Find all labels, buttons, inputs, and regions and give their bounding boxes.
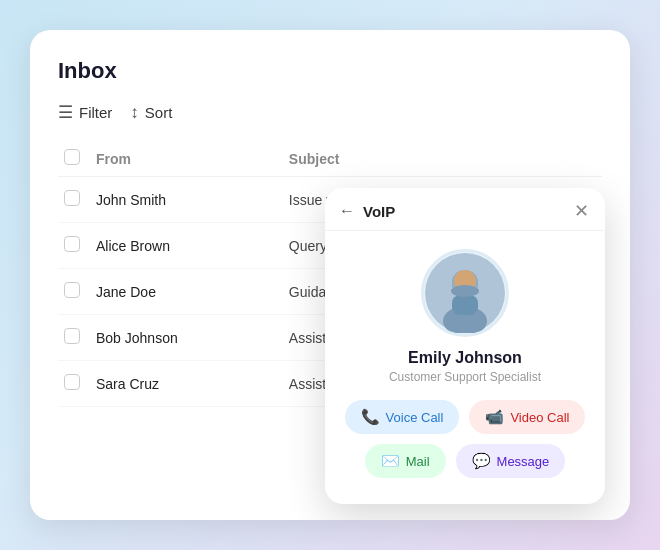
voip-title: VoIP xyxy=(363,203,395,220)
checkbox-header-cell xyxy=(58,141,90,177)
row-from: Alice Brown xyxy=(90,223,283,269)
row-checkbox-cell xyxy=(58,223,90,269)
row-checkbox-cell xyxy=(58,315,90,361)
sort-icon: ↕ xyxy=(130,103,139,123)
voip-close-button[interactable]: ✕ xyxy=(574,202,589,220)
voip-header: ← VoIP ✕ xyxy=(325,188,605,231)
voice-icon: 📞 xyxy=(361,408,380,426)
row-checkbox-cell xyxy=(58,361,90,407)
filter-button[interactable]: ☰ Filter xyxy=(58,102,112,123)
row-checkbox[interactable] xyxy=(64,374,80,390)
row-from: John Smith xyxy=(90,177,283,223)
row-from: Bob Johnson xyxy=(90,315,283,361)
message-icon: 💬 xyxy=(472,452,491,470)
main-card: Inbox ☰ Filter ↕ Sort From Subject xyxy=(30,30,630,520)
row-checkbox-cell xyxy=(58,177,90,223)
voip-header-left: ← VoIP xyxy=(339,202,395,220)
contact-avatar xyxy=(421,249,509,337)
row-from: Jane Doe xyxy=(90,269,283,315)
row-checkbox-cell xyxy=(58,269,90,315)
subject-header: Subject xyxy=(283,141,525,177)
contact-role: Customer Support Specialist xyxy=(389,370,541,384)
from-header: From xyxy=(90,141,283,177)
svg-rect-4 xyxy=(452,295,478,315)
select-all-checkbox[interactable] xyxy=(64,149,80,165)
video-icon: 📹 xyxy=(485,408,504,426)
row-checkbox[interactable] xyxy=(64,282,80,298)
mail-icon: ✉️ xyxy=(381,452,400,470)
action-row-2: ✉️ Mail 💬 Message xyxy=(351,444,579,478)
sort-button[interactable]: ↕ Sort xyxy=(130,103,172,123)
voip-back-button[interactable]: ← xyxy=(339,202,355,220)
message-button[interactable]: 💬 Message xyxy=(456,444,566,478)
svg-point-6 xyxy=(451,285,479,297)
action-row-1: 📞 Voice Call 📹 Video Call xyxy=(351,400,579,434)
date-header xyxy=(525,141,602,177)
mail-button[interactable]: ✉️ Mail xyxy=(365,444,446,478)
row-from: Sara Cruz xyxy=(90,361,283,407)
toolbar: ☰ Filter ↕ Sort xyxy=(58,102,602,123)
voip-card: ← VoIP ✕ Emily Johnson xyxy=(325,188,605,504)
action-buttons: 📞 Voice Call 📹 Video Call ✉️ Mail 💬 xyxy=(341,400,589,478)
contact-name: Emily Johnson xyxy=(408,349,522,367)
voice-call-button[interactable]: 📞 Voice Call xyxy=(345,400,460,434)
video-call-button[interactable]: 📹 Video Call xyxy=(469,400,585,434)
page-title: Inbox xyxy=(58,58,602,84)
row-checkbox[interactable] xyxy=(64,190,80,206)
row-checkbox[interactable] xyxy=(64,328,80,344)
voip-body: Emily Johnson Customer Support Specialis… xyxy=(325,231,605,482)
row-checkbox[interactable] xyxy=(64,236,80,252)
filter-icon: ☰ xyxy=(58,102,73,123)
